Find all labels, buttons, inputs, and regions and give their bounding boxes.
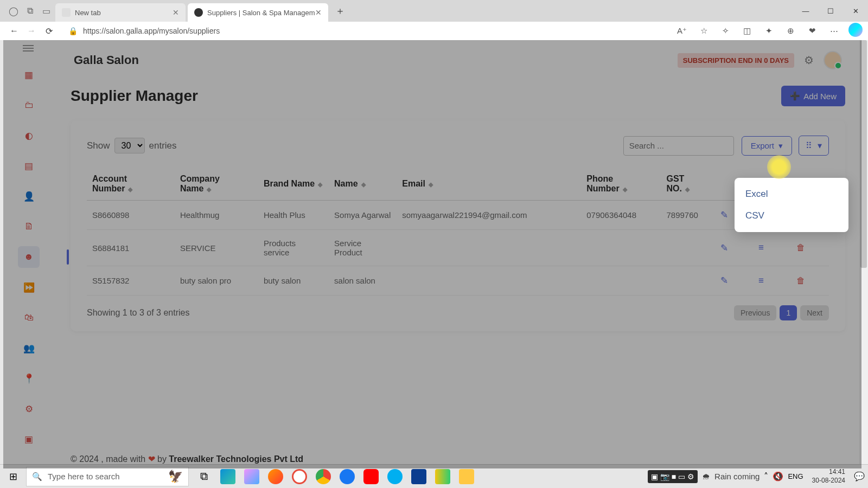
record-icon[interactable] xyxy=(288,465,311,489)
tray-box[interactable]: ▣ 📷 ■ ▭ ⚙ xyxy=(648,470,698,483)
sidebar-item-circle[interactable]: ◐ xyxy=(18,125,40,146)
workspaces-icon[interactable]: ⧉ xyxy=(22,3,38,19)
volume-mute-icon[interactable]: 🔇 xyxy=(773,471,783,481)
sidebar-item-suppliers[interactable]: ☻ xyxy=(18,246,40,268)
show-entries: Show 30 entries xyxy=(87,138,177,153)
search-input[interactable] xyxy=(623,136,734,156)
edit-icon[interactable]: ✎ xyxy=(715,230,753,266)
youtube-icon[interactable] xyxy=(359,465,383,489)
close-icon[interactable]: ✕ xyxy=(173,8,179,17)
edge-icon[interactable] xyxy=(216,465,240,489)
col-email[interactable]: Email◆ xyxy=(397,168,581,201)
table-footer: Showing 1 to 3 of 3 entries Previous 1 N… xyxy=(87,305,829,320)
tab-actions-icon[interactable]: ▭ xyxy=(38,3,54,19)
read-aloud-icon[interactable]: A⁺ xyxy=(673,23,691,39)
back-button[interactable]: ← xyxy=(5,22,23,40)
list-icon[interactable]: ≡ xyxy=(753,230,791,266)
sidebar-item-user[interactable]: 👤 xyxy=(18,185,40,207)
close-window-button[interactable]: ✕ xyxy=(843,2,868,20)
shopping-icon[interactable]: ❤ xyxy=(803,23,821,39)
skype-icon[interactable] xyxy=(383,465,407,489)
export-csv-option[interactable]: CSV xyxy=(735,205,848,227)
more-icon[interactable]: ⋯ xyxy=(825,23,843,39)
chrome-icon[interactable] xyxy=(311,465,335,489)
footer-text: © 2024 , made with ❤ by Treewalker Techn… xyxy=(71,454,303,464)
sidebar-item-forward[interactable]: ⏩ xyxy=(18,277,40,298)
delete-icon[interactable]: 🗑 xyxy=(791,266,829,296)
minimize-button[interactable]: — xyxy=(793,2,818,20)
export-button[interactable]: Export ▾ xyxy=(742,136,792,156)
store-icon[interactable] xyxy=(407,465,431,489)
page-icon xyxy=(62,8,71,17)
profile-icon[interactable]: ◯ xyxy=(5,3,22,19)
task-view-icon[interactable]: ⧉ xyxy=(192,465,216,489)
tray-chevron-icon[interactable]: ˄ xyxy=(764,471,768,481)
col-brand[interactable]: Brand Name◆ xyxy=(258,168,329,201)
sidebar-item-basket[interactable]: 🛍 xyxy=(18,307,40,329)
sidebar-item-location[interactable]: 📍 xyxy=(18,368,40,389)
notifications-icon[interactable]: 💬 xyxy=(854,471,865,481)
add-new-label: Add New xyxy=(803,92,837,101)
sidebar-item-doc[interactable]: 🗎 xyxy=(18,216,40,237)
forward-button[interactable]: → xyxy=(23,22,40,40)
refresh-button[interactable]: ⟳ xyxy=(40,22,58,40)
add-new-button[interactable]: ➕ Add New xyxy=(781,86,845,106)
search-icon: 🔍 xyxy=(32,472,42,481)
settings-icon[interactable]: ⚙ xyxy=(804,54,814,67)
extensions-icon[interactable]: ✧ xyxy=(716,23,735,39)
copilot-taskbar-icon[interactable] xyxy=(240,465,264,489)
split-icon[interactable]: ◫ xyxy=(738,23,756,39)
page-area: Supplier Manager ➕ Add New Show 30 entri… xyxy=(54,80,861,468)
tab-suppliers[interactable]: Suppliers | Salon & Spa Managem ✕ xyxy=(188,3,328,22)
close-icon[interactable]: ✕ xyxy=(315,8,322,17)
app-icon[interactable] xyxy=(431,465,455,489)
columns-button[interactable]: ⠿ ▾ xyxy=(799,136,829,156)
firefox-icon[interactable] xyxy=(264,465,288,489)
caret-down-icon: ▾ xyxy=(818,140,822,151)
sidebar-item-folder[interactable]: 🗀 xyxy=(18,94,40,116)
sidebar-item-settings[interactable]: ⚙ xyxy=(18,398,40,420)
col-gst[interactable]: GST NO.◆ xyxy=(661,168,716,201)
collections-icon[interactable]: ⊕ xyxy=(781,23,800,39)
topbar: Galla Salon SUBSCRIPTION END IN 0 DAYS ⚙ xyxy=(54,40,861,80)
delete-icon[interactable]: 🗑 xyxy=(791,230,829,266)
facebook-icon[interactable] xyxy=(335,465,359,489)
taskbar-search[interactable]: 🔍 Type here to search 🦅 xyxy=(26,467,189,486)
export-excel-option[interactable]: Excel xyxy=(735,183,848,205)
entries-select[interactable]: 30 xyxy=(114,138,145,153)
explorer-icon[interactable] xyxy=(455,465,478,489)
lang-indicator[interactable]: ENG xyxy=(788,472,803,480)
export-dropdown: Excel CSV xyxy=(735,178,848,232)
tab-new-tab[interactable]: New tab ✕ xyxy=(55,3,186,22)
sidebar-item-ticket[interactable]: ▤ xyxy=(18,155,40,177)
table-row: S5157832buty salon probuty salonsalon sa… xyxy=(87,266,829,296)
col-name[interactable]: Name◆ xyxy=(329,168,397,201)
col-account[interactable]: Account Number◆ xyxy=(87,168,175,201)
subscription-badge: SUBSCRIPTION END IN 0 DAYS xyxy=(678,53,794,68)
start-button[interactable]: ⊞ xyxy=(0,465,26,489)
url-field[interactable]: 🔒 https://salon.galla.app/mysalon/suppli… xyxy=(62,23,668,39)
col-company[interactable]: Company Name◆ xyxy=(175,168,258,201)
table-row: S8660898HealthmugHealth PlusSomya Agarwa… xyxy=(87,201,829,230)
maximize-button[interactable]: ☐ xyxy=(818,2,843,20)
user-avatar[interactable] xyxy=(824,51,842,69)
copilot-icon[interactable] xyxy=(848,23,863,37)
scrollbar-thumb[interactable] xyxy=(860,40,867,268)
sidebar-item-contacts[interactable]: 👥 xyxy=(18,337,40,359)
table-row: S6884181SERVICEProducts serviceService P… xyxy=(87,230,829,266)
weather-widget[interactable]: 🌧 Rain coming xyxy=(702,472,760,481)
favorites-bar-icon[interactable]: ✦ xyxy=(760,23,778,39)
menu-toggle-icon[interactable] xyxy=(23,48,34,49)
site-icon xyxy=(194,8,203,17)
sidebar-item-dashboard[interactable]: ▦ xyxy=(18,64,40,86)
edit-icon[interactable]: ✎ xyxy=(715,266,753,296)
page-1-button[interactable]: 1 xyxy=(780,305,797,320)
new-tab-button[interactable]: ＋ xyxy=(331,2,349,20)
list-icon[interactable]: ≡ xyxy=(753,266,791,296)
col-phone[interactable]: Phone Number◆ xyxy=(581,168,661,201)
next-button[interactable]: Next xyxy=(800,305,829,320)
clock[interactable]: 14:41 30-08-2024 xyxy=(808,468,850,485)
sidebar-item-report[interactable]: ▣ xyxy=(18,428,40,450)
favorite-icon[interactable]: ☆ xyxy=(694,23,713,39)
prev-button[interactable]: Previous xyxy=(734,305,776,320)
